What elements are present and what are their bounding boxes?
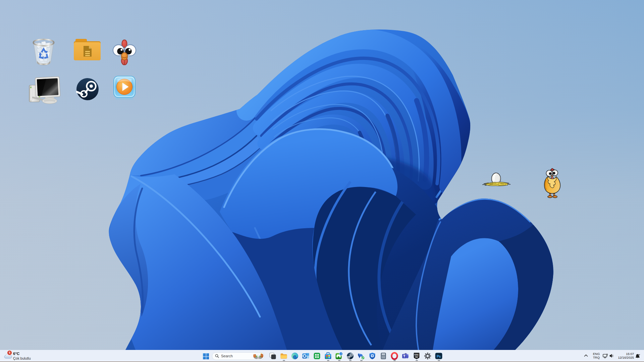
svg-text:Ps: Ps xyxy=(437,355,441,358)
svg-text:2: 2 xyxy=(340,352,341,355)
svg-text:GAMES: GAMES xyxy=(415,356,419,357)
